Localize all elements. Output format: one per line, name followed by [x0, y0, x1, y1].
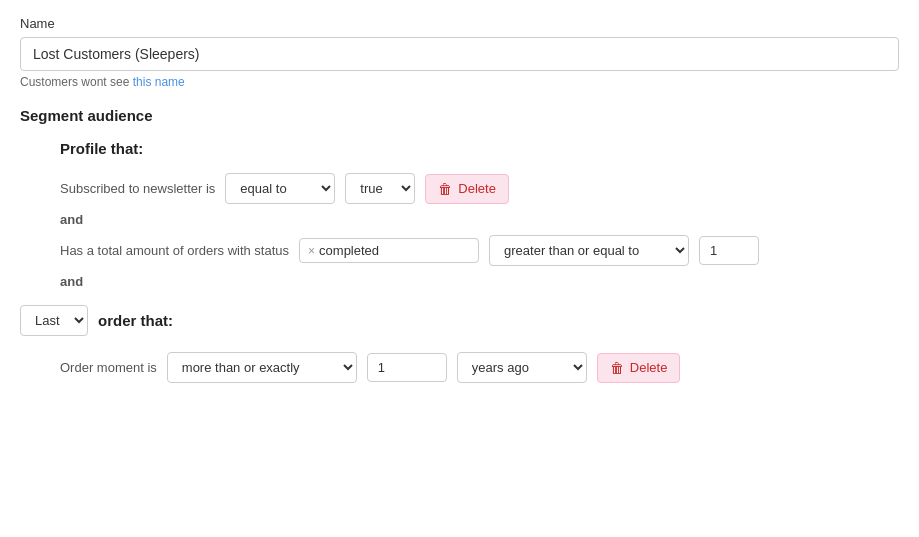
and-label-2: and	[60, 274, 899, 289]
order-condition-label: Order moment is	[60, 360, 157, 375]
order-title: order that:	[98, 312, 173, 329]
and-label-1: and	[60, 212, 899, 227]
condition-row-2: Has a total amount of orders with status…	[60, 235, 899, 266]
profile-block: Profile that: Subscribed to newsletter i…	[20, 140, 899, 289]
condition2-label: Has a total amount of orders with status	[60, 243, 289, 258]
segment-audience-title: Segment audience	[20, 107, 899, 124]
condition2-operator-select[interactable]: greater than or equal to equal to less t…	[489, 235, 689, 266]
condition-row-1: Subscribed to newsletter is equal to not…	[60, 173, 899, 204]
name-label: Name	[20, 16, 899, 31]
order-block: Last First Any order that: Order moment …	[20, 305, 899, 383]
condition1-label: Subscribed to newsletter is	[60, 181, 215, 196]
condition2-value-input[interactable]	[699, 236, 759, 265]
order-delete-button[interactable]: 🗑 Delete	[597, 353, 681, 383]
condition1-operator-select[interactable]: equal to not equal to	[225, 173, 335, 204]
order-operator-select[interactable]: more than or exactly less than or exactl…	[167, 352, 357, 383]
name-helper: Customers wont see this name	[20, 75, 899, 89]
order-type-select[interactable]: Last First Any	[20, 305, 88, 336]
order-value-input[interactable]	[367, 353, 447, 382]
profile-title: Profile that:	[60, 140, 899, 157]
condition1-value-select[interactable]: true false	[345, 173, 415, 204]
status-tag: × completed	[308, 243, 379, 258]
tag-remove-icon[interactable]: ×	[308, 244, 315, 258]
this-name-link[interactable]: this name	[133, 75, 185, 89]
status-tag-input[interactable]: × completed	[299, 238, 479, 263]
name-input[interactable]	[20, 37, 899, 71]
trash-icon: 🗑	[438, 181, 452, 197]
condition1-delete-button[interactable]: 🗑 Delete	[425, 174, 509, 204]
order-header: Last First Any order that:	[20, 305, 899, 336]
order-time-select[interactable]: years ago months ago days ago weeks ago	[457, 352, 587, 383]
tag-text: completed	[319, 243, 379, 258]
order-condition-row: Order moment is more than or exactly les…	[60, 352, 899, 383]
order-trash-icon: 🗑	[610, 360, 624, 376]
